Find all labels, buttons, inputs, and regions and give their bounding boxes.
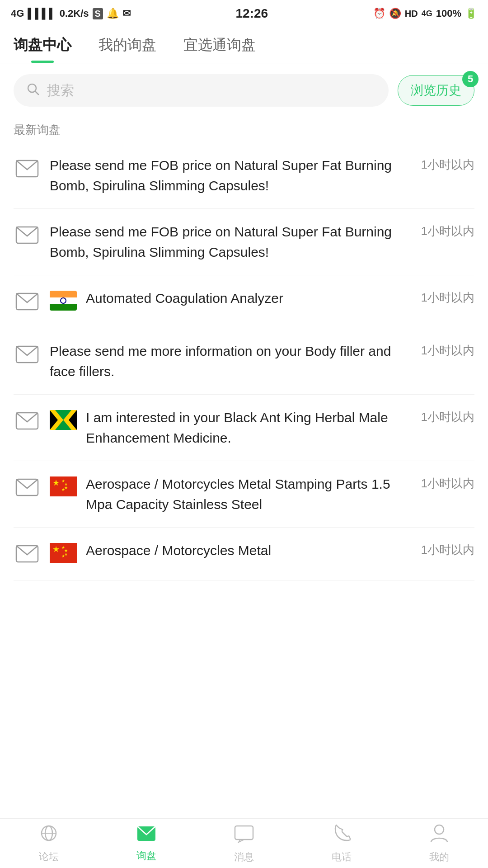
list-item[interactable]: Please send me FOB price on Natural Supe… [14,209,474,275]
inquiry-text: Aerospace / Motorcycles Metal Stamping P… [86,474,417,514]
nav-message[interactable]: 消息 [234,823,254,864]
inquiry-time: 1小时以内 [421,290,474,306]
china-flag-icon: ★ ★ ★ ★ ★ [50,476,77,496]
nav-inquiry[interactable]: 询盘 [136,825,156,863]
inquiry-time: 1小时以内 [421,343,474,359]
status-bar: 4G ▌▌▌▌ 0.2K/s S 🔔 ✉ 12:26 ⏰ 🔕 HD 4G 100… [0,0,488,27]
inquiry-time: 1小时以内 [421,476,474,491]
inquiry-content: Automated Coagulation Analyzer 1小时以内 [86,288,474,308]
mail-icon [14,407,41,434]
inquiry-text: Please send me more information on your … [50,341,417,382]
inquiry-content: Aerospace / Motorcycles Metal Stamping P… [86,474,474,514]
list-item[interactable]: ★ ★ ★ ★ ★ Aerospace / Motorcycles Metal … [14,528,474,580]
forum-icon [39,823,59,847]
message-icon [234,823,254,848]
inquiry-header: Automated Coagulation Analyzer 1小时以内 [86,288,474,308]
list-item[interactable]: Please send me FOB price on Natural Supe… [14,142,474,209]
tab-inquiry-center[interactable]: 询盘中心 [14,27,71,63]
inquiry-header: Please send me FOB price on Natural Supe… [50,222,474,262]
tab-my-inquiry[interactable]: 我的询盘 [99,27,156,63]
svg-line-1 [35,91,38,94]
inquiry-list: Please send me FOB price on Natural Supe… [0,142,488,580]
inquiry-time: 1小时以内 [421,223,474,239]
status-right: ⏰ 🔕 HD 4G 100% 🔋 [373,8,477,19]
signal-text: 4G [11,8,24,19]
china-flag-icon: ★ ★ ★ ★ ★ [50,543,77,563]
inquiry-content: Aerospace / Motorcycles Metal 1小时以内 [86,540,474,561]
phone-icon [333,823,351,848]
inquiry-text: Aerospace / Motorcycles Metal [86,540,271,561]
tab-selected-inquiry[interactable]: 宜选通询盘 [183,27,256,63]
list-item[interactable]: ★ ★ ★ ★ ★ Aerospace / Motorcycles Metal … [14,461,474,528]
mail-icon [14,540,41,567]
mute-icon: 🔕 [389,8,401,19]
inquiry-text: Please send me FOB price on Natural Supe… [50,155,417,196]
search-icon [26,82,40,99]
bell-icon: 🔔 [107,8,119,19]
inquiry-header: Please send me more information on your … [50,341,474,382]
inquiry-header: Please send me FOB price on Natural Supe… [50,155,474,196]
inquiry-text: I am interested in your Black Ant King H… [86,407,417,448]
inquiry-content: Please send me FOB price on Natural Supe… [50,155,474,196]
mail-icon [14,288,41,315]
battery-icon: 🔋 [465,8,477,19]
inquiry-content: Please send me more information on your … [50,341,474,382]
signal-bars: ▌▌▌▌ [28,8,56,19]
search-box[interactable]: 搜索 [14,74,389,107]
mail-icon [14,155,41,182]
inquiry-text: Automated Coagulation Analyzer [86,288,283,308]
inquiry-time: 1小时以内 [421,157,474,173]
nav-phone[interactable]: 电话 [332,823,352,864]
list-item[interactable]: Please send me more information on your … [14,328,474,395]
time-display: 12:26 [236,6,268,21]
svg-text:★: ★ [52,478,60,487]
inquiry-header: Aerospace / Motorcycles Metal 1小时以内 [86,540,474,561]
mail-status-icon: ✉ [122,8,131,19]
status-left: 4G ▌▌▌▌ 0.2K/s S 🔔 ✉ [11,8,131,19]
history-label: 浏览历史 [411,82,461,99]
mail-icon [14,222,41,249]
bottom-nav: 论坛 询盘 消息 电话 [0,818,488,868]
jamaica-flag-icon [50,410,77,430]
list-item[interactable]: I am interested in your Black Ant King H… [14,395,474,461]
svg-text:★: ★ [61,554,65,558]
hd-label: HD [405,9,418,19]
phone-label: 电话 [332,850,352,864]
history-button[interactable]: 浏览历史 5 [398,75,474,106]
section-label: 最新询盘 [0,118,488,142]
svg-text:★: ★ [52,545,60,554]
nav-mine[interactable]: 我的 [429,823,449,864]
mail-icon [14,474,41,501]
tab-bar: 询盘中心 我的询盘 宜选通询盘 [0,27,488,63]
mail-icon [14,341,41,368]
speed-text: 0.2K/s [60,8,89,19]
nav-forum[interactable]: 论坛 [39,823,59,863]
inquiry-header: Aerospace / Motorcycles Metal Stamping P… [86,474,474,514]
mine-label: 我的 [429,850,449,864]
forum-label: 论坛 [39,850,59,863]
history-badge: 5 [462,71,479,87]
message-label: 消息 [234,850,254,864]
svg-text:★: ★ [61,487,65,492]
inquiry-content: Please send me FOB price on Natural Supe… [50,222,474,262]
inquiry-content: I am interested in your Black Ant King H… [86,407,474,448]
mine-icon [430,823,448,848]
svg-rect-31 [235,826,253,840]
inquiry-header: I am interested in your Black Ant King H… [86,407,474,448]
battery-percent: 100% [436,8,461,19]
search-row: 搜索 浏览历史 5 [0,63,488,118]
inquiry-text: Please send me FOB price on Natural Supe… [50,222,417,262]
inquiry-nav-label: 询盘 [136,849,156,863]
alarm-icon: ⏰ [373,8,385,19]
search-placeholder: 搜索 [47,81,74,100]
inquiry-nav-icon [136,825,156,846]
network-4g: 4G [422,9,432,19]
inquiry-time: 1小时以内 [421,542,474,558]
india-flag-icon [50,291,77,311]
list-item[interactable]: Automated Coagulation Analyzer 1小时以内 [14,275,474,328]
svg-point-32 [435,825,444,834]
s-icon: S [93,8,103,19]
inquiry-time: 1小时以内 [421,409,474,425]
